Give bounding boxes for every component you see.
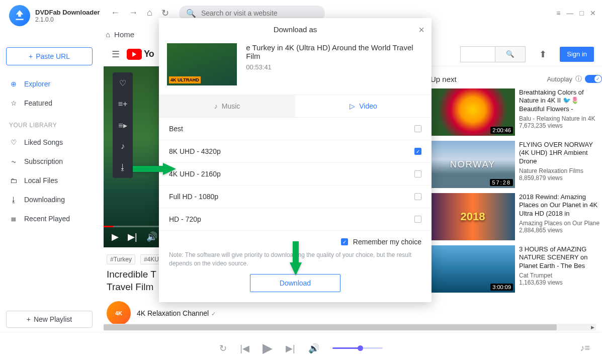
music-note-icon[interactable]: ♪ <box>113 136 133 157</box>
quality-option[interactable]: Full HD - 1080p <box>159 186 432 208</box>
next-icon[interactable]: ▶| <box>128 231 137 242</box>
shuffle-icon[interactable]: ↻ <box>219 343 227 354</box>
quality-checkbox[interactable] <box>414 216 421 223</box>
tab-video[interactable]: ▷Video <box>295 95 432 117</box>
remember-checkbox[interactable] <box>341 238 348 245</box>
rec-thumbnail: 2:00:46 <box>431 88 515 136</box>
quality-checkbox[interactable] <box>414 193 421 200</box>
local-label: Local Files <box>24 176 58 185</box>
signin-button[interactable]: Sign in <box>560 47 594 62</box>
recent-label: Recent Played <box>24 215 70 223</box>
youtube-logo[interactable]: Yo <box>127 49 154 60</box>
tag[interactable]: #Turkey <box>107 254 135 264</box>
verified-icon: ✓ <box>211 311 216 317</box>
quality-label: Best <box>169 125 183 133</box>
app-version: 2.1.0.0 <box>35 16 100 23</box>
rec-title: FLYING OVER NORWAY (4K UHD) 1HR Ambient … <box>519 141 602 165</box>
volume-slider[interactable] <box>332 347 383 349</box>
liked-label: Liked Songs <box>24 138 63 146</box>
new-playlist-button[interactable]: + New Playlist <box>6 311 93 328</box>
volume-icon[interactable]: 🔊 <box>308 343 319 354</box>
minimize-icon[interactable]: — <box>567 9 574 17</box>
volume-icon[interactable]: 🔊 <box>146 231 157 242</box>
sidebar-item-subscription[interactable]: ⏦Subscription <box>6 152 93 171</box>
rss-icon: ⏦ <box>9 157 18 165</box>
channel-avatar[interactable]: 4K <box>107 301 131 325</box>
quality-checkbox[interactable] <box>414 148 421 155</box>
upload-icon[interactable]: ⬆ <box>533 49 553 60</box>
recommendation-item[interactable]: 2:00:46 Breathtaking Colors of Nature in… <box>431 88 602 136</box>
recommendation-item[interactable]: 2018 2018 Rewind: Amazing Places on Our … <box>431 193 602 240</box>
sidebar-item-local[interactable]: 🗀Local Files <box>6 171 93 190</box>
recommendation-item[interactable]: 3:00:09 3 HOURS of AMAZING NATURE SCENER… <box>431 245 602 293</box>
new-playlist-label: New Playlist <box>34 315 72 323</box>
paste-url-button[interactable]: + Paste URL <box>6 47 93 65</box>
rec-views: 1,163,639 views <box>519 279 602 286</box>
youtube-brand-text: Yo <box>144 49 154 59</box>
horizontal-scrollbar[interactable]: ◀ ▶ <box>104 324 596 331</box>
tab-music-label: Music <box>222 102 240 110</box>
download-icon: ⭳ <box>9 196 18 204</box>
autoplay-label: Autoplay <box>547 75 572 83</box>
tab-music[interactable]: ♪Music <box>159 95 295 117</box>
featured-label: Featured <box>24 99 52 107</box>
sidebar-item-liked[interactable]: ♡Liked Songs <box>6 133 93 152</box>
star-icon: ☆ <box>9 99 18 107</box>
queue-icon[interactable]: ♪≡ <box>580 343 590 353</box>
info-icon[interactable]: ⓘ <box>575 74 582 83</box>
nav-back-icon[interactable]: ← <box>111 8 120 19</box>
sidebar-item-featured[interactable]: ☆Featured <box>6 94 93 113</box>
youtube-search-input[interactable] <box>460 46 495 62</box>
channel-name[interactable]: 4K Relaxation Channel <box>137 309 209 317</box>
quality-option[interactable]: HD - 720p <box>159 208 432 231</box>
rec-thumbnail: 2018 <box>431 193 515 240</box>
sidebar-item-explorer[interactable]: ⊕Explorer <box>6 74 93 94</box>
upnext-label: Up next <box>431 75 457 83</box>
library-section-label: YOUR LIBRARY <box>9 122 93 129</box>
quality-option[interactable]: 8K UHD - 4320p <box>159 140 432 163</box>
rec-title: 3 HOURS of AMAZING NATURE SCENERY on Pla… <box>519 245 602 270</box>
rec-title: Breathtaking Colors of Nature in 4K II 🐦… <box>519 88 602 113</box>
play-next-icon[interactable]: ≡▸ <box>113 115 133 136</box>
play-icon[interactable]: ▶ <box>112 231 119 242</box>
autoplay-toggle[interactable] <box>585 75 602 83</box>
close-icon[interactable]: × <box>418 24 424 36</box>
downloading-label: Downloading <box>24 196 65 204</box>
rec-duration: 57:28 <box>490 179 513 186</box>
quality-label: HD - 720p <box>169 215 201 223</box>
quality-option[interactable]: 4K UHD - 2160p <box>159 163 432 186</box>
scroll-right-icon[interactable]: ▶ <box>589 324 596 331</box>
annotation-arrow <box>132 162 177 178</box>
rec-channel: Nature Relaxation Films <box>519 167 602 174</box>
youtube-search-button[interactable]: 🔍 <box>495 46 526 62</box>
nav-home-icon[interactable]: ⌂ <box>147 8 152 19</box>
hamburger-icon[interactable]: ☰ <box>112 49 120 60</box>
sidebar-item-downloading[interactable]: ⭳Downloading <box>6 190 93 209</box>
favorite-icon[interactable]: ♡ <box>113 72 133 94</box>
menu-icon[interactable]: ≡ <box>556 9 560 17</box>
heart-icon: ♡ <box>9 138 18 146</box>
scroll-thumb[interactable] <box>104 324 557 330</box>
rec-thumbnail: NORWAY57:28 <box>431 141 515 188</box>
breadcrumb-home[interactable]: ⌂ Home <box>106 26 134 42</box>
quality-checkbox[interactable] <box>414 125 421 132</box>
download-icon[interactable]: ⭳ <box>113 157 133 178</box>
recommendation-item[interactable]: NORWAY57:28 FLYING OVER NORWAY (4K UHD) … <box>431 141 602 188</box>
prev-track-icon[interactable]: |◀ <box>240 343 249 354</box>
quality-option[interactable]: Best <box>159 118 432 140</box>
rec-channel: Balu - Relaxing Nature in 4K <box>519 115 602 122</box>
sub-label: Subscription <box>24 157 63 165</box>
maximize-icon[interactable]: □ <box>580 9 584 17</box>
video-icon: ▷ <box>350 102 355 110</box>
close-window-icon[interactable]: ✕ <box>590 9 596 17</box>
next-track-icon[interactable]: ▶| <box>286 343 295 354</box>
sidebar-item-recent[interactable]: ≣Recent Played <box>6 209 93 228</box>
add-playlist-icon[interactable]: ≡+ <box>113 94 133 115</box>
play-pause-icon[interactable]: ▶ <box>263 340 273 356</box>
search-input[interactable] <box>201 9 318 17</box>
nav-forward-icon[interactable]: → <box>129 8 138 19</box>
nav-reload-icon[interactable]: ↻ <box>161 8 169 19</box>
app-logo <box>9 5 30 26</box>
quality-checkbox[interactable] <box>414 170 421 177</box>
plus-icon: + <box>27 315 31 323</box>
